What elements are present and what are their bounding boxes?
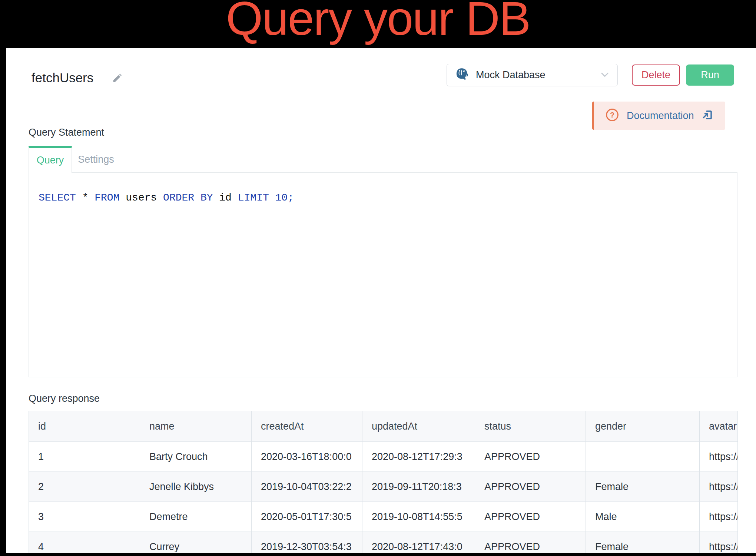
table-cell: 2 xyxy=(29,472,140,502)
table-cell: 2020-03-16T18:00:0 xyxy=(252,442,362,472)
table-cell: Female xyxy=(586,472,700,502)
run-button[interactable]: Run xyxy=(686,64,734,86)
sql-token: SELECT xyxy=(39,192,76,203)
table-cell: 2019-12-30T03:54:3 xyxy=(252,532,362,553)
table-cell: 4 xyxy=(29,532,140,553)
help-circle-icon: ? xyxy=(605,108,619,123)
query-response-label: Query response xyxy=(29,393,100,404)
table-header-row: idnamecreatedAtupdatedAtstatusgenderavat… xyxy=(29,411,738,442)
documentation-link[interactable]: ? Documentation xyxy=(592,102,725,130)
sql-code-line: SELECT * FROM users ORDER BY id LIMIT 10… xyxy=(39,192,737,203)
sql-token: * xyxy=(76,192,94,203)
table-cell: https:// xyxy=(700,502,738,532)
table-cell: https:// xyxy=(700,442,738,472)
sql-token: 10; xyxy=(275,192,294,203)
sql-token: ORDER BY xyxy=(163,192,213,203)
column-header: createdAt xyxy=(252,411,362,442)
tab-query[interactable]: Query xyxy=(29,146,72,173)
table-row: 2Jenelle Kibbys2019-10-04T03:22:22019-09… xyxy=(29,472,738,502)
column-header: name xyxy=(140,411,252,442)
table-cell: Jenelle Kibbys xyxy=(140,472,252,502)
table-row: 1Barty Crouch2020-03-16T18:00:02020-08-1… xyxy=(29,442,738,472)
table-cell: 2020-08-12T17:43:0 xyxy=(362,532,475,553)
sql-token xyxy=(269,192,275,203)
table-cell: Barty Crouch xyxy=(140,442,252,472)
sql-token: users xyxy=(119,192,163,203)
table-cell: Male xyxy=(586,502,700,532)
chevron-down-icon xyxy=(600,69,610,81)
column-header: id xyxy=(29,411,140,442)
table-row: 4Currey2019-12-30T03:54:32020-08-12T17:4… xyxy=(29,532,738,553)
documentation-label: Documentation xyxy=(627,110,694,122)
table-cell: 3 xyxy=(29,502,140,532)
table-cell: 2019-10-04T03:22:2 xyxy=(252,472,362,502)
app-panel: fetchUsers Mock Database xyxy=(6,48,756,553)
query-name: fetchUsers xyxy=(32,70,93,85)
table-cell: 2019-09-11T20:18:3 xyxy=(362,472,475,502)
response-table: idnamecreatedAtupdatedAtstatusgenderavat… xyxy=(29,411,738,553)
database-select-value: Mock Database xyxy=(476,69,593,81)
sql-editor[interactable]: SELECT * FROM users ORDER BY id LIMIT 10… xyxy=(29,172,737,377)
external-link-icon xyxy=(702,109,713,122)
column-header: updatedAt xyxy=(362,411,475,442)
table-cell: 2020-05-01T17:30:5 xyxy=(252,502,362,532)
delete-button[interactable]: Delete xyxy=(632,64,680,86)
table-cell: https:// xyxy=(700,532,738,553)
tab-settings[interactable]: Settings xyxy=(72,146,120,173)
table-cell: APPROVED xyxy=(475,532,586,553)
query-name-row: fetchUsers xyxy=(32,70,123,85)
postgres-icon xyxy=(454,67,469,83)
top-banner: Query your DB xyxy=(0,0,756,48)
column-header: gender xyxy=(586,411,700,442)
table-cell: Demetre xyxy=(140,502,252,532)
column-header: status xyxy=(475,411,586,442)
database-select[interactable]: Mock Database xyxy=(447,64,618,86)
table-cell: Female xyxy=(586,532,700,553)
page-title: Query your DB xyxy=(0,0,756,43)
table-cell: 2020-08-12T17:29:3 xyxy=(362,442,475,472)
table-cell: Currey xyxy=(140,532,252,553)
table-cell: APPROVED xyxy=(475,442,586,472)
table-cell: 2019-10-08T14:55:5 xyxy=(362,502,475,532)
table-cell: 1 xyxy=(29,442,140,472)
table-body: 1Barty Crouch2020-03-16T18:00:02020-08-1… xyxy=(29,442,738,553)
sql-token: id xyxy=(213,192,238,203)
edit-icon xyxy=(112,79,123,85)
svg-text:?: ? xyxy=(610,111,614,119)
table-cell: APPROVED xyxy=(475,502,586,532)
table-row: 3Demetre2020-05-01T17:30:52019-10-08T14:… xyxy=(29,502,738,532)
sql-token: LIMIT xyxy=(238,192,269,203)
column-header: avatar xyxy=(700,411,738,442)
edit-name-button[interactable] xyxy=(112,72,123,83)
query-statement-label: Query Statement xyxy=(29,127,104,138)
sql-token: FROM xyxy=(94,192,119,203)
table-cell xyxy=(586,442,700,472)
table-cell: APPROVED xyxy=(475,472,586,502)
table-cell: https:// xyxy=(700,472,738,502)
